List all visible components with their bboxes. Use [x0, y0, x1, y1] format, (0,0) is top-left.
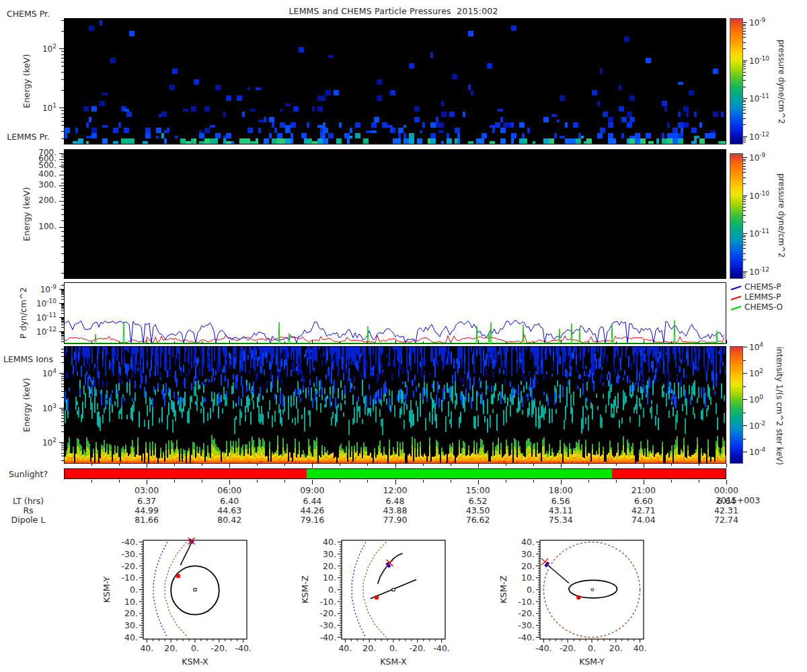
tick — [743, 413, 746, 413]
tick — [588, 464, 589, 466]
tick — [743, 233, 747, 234]
orbit-x-tick-label: 0. — [588, 643, 596, 653]
y-tick-label: 10-11 — [20, 312, 56, 323]
tick — [644, 340, 644, 343]
eph-value: 72.74 — [696, 515, 757, 525]
tick — [340, 341, 340, 343]
tick — [726, 340, 727, 343]
tick — [61, 293, 64, 294]
ions-spectrogram-canvas — [65, 347, 726, 463]
tick — [61, 241, 64, 241]
time-tick-label: 03:00 — [116, 485, 177, 495]
tick — [743, 136, 747, 137]
time-tick-label: 09:00 — [282, 485, 342, 495]
tick — [743, 80, 746, 81]
y-tick-label: 103 — [20, 403, 56, 413]
tick — [61, 66, 64, 67]
tick — [61, 335, 64, 335]
spectrogram-lemms-pressure — [64, 149, 726, 279]
tick — [61, 191, 64, 192]
tick — [59, 227, 64, 228]
tick — [61, 349, 64, 349]
colorbar-tick-label: 10-9 — [749, 17, 765, 28]
eph-value: 44.63 — [199, 505, 260, 515]
tick — [61, 157, 64, 157]
tick — [61, 332, 64, 333]
tick — [743, 104, 746, 105]
tick — [61, 291, 64, 292]
chems-spectrogram-canvas — [65, 19, 726, 144]
eph-value: 6.48 — [365, 496, 426, 506]
eph-value: 6.56 — [531, 496, 591, 506]
tick — [61, 313, 64, 314]
orbit-y-tick-label: 40. — [124, 632, 138, 642]
saturn-marker — [194, 589, 196, 591]
tick — [61, 352, 64, 353]
orbit-y-tick-label: 30. — [521, 549, 535, 559]
tick — [616, 341, 617, 343]
orbit-x-tick-label: -40. — [235, 643, 251, 653]
saturn-marker — [392, 589, 395, 591]
tick — [61, 125, 64, 126]
tick — [61, 319, 64, 319]
tick — [743, 98, 747, 99]
tick — [743, 215, 746, 216]
y-tick-label: 400. — [20, 169, 56, 179]
orbit-x-tick-label: 20. — [164, 643, 178, 653]
tick — [61, 58, 64, 58]
tick — [743, 172, 746, 173]
tick — [61, 321, 64, 321]
orbit-y-tick-label: -10. — [518, 597, 535, 607]
tick — [506, 341, 506, 343]
tick — [61, 79, 64, 80]
tick — [59, 201, 64, 202]
tick — [743, 142, 746, 142]
colorbar-tick-label: 10-11 — [749, 228, 769, 239]
tick — [743, 60, 747, 61]
tick — [506, 480, 506, 482]
tick — [61, 303, 64, 304]
orbit2-ylabel: KSM-Z — [498, 540, 508, 639]
colorbar-unit-pressure-2: pressure dyne/cm^2 — [777, 165, 786, 266]
tick — [61, 253, 64, 254]
tick — [61, 205, 64, 206]
orbit-x-tick-label: -20. — [410, 643, 426, 653]
tick — [61, 453, 64, 454]
tick — [61, 310, 64, 311]
figure: LEMMS and CHEMS Particle Pressures 2015:… — [0, 0, 807, 672]
time-tick-label: 21:00 — [613, 485, 674, 495]
tick — [61, 304, 64, 304]
eph-value: 75.34 — [531, 515, 591, 525]
pressure-lineplot-canvas — [65, 283, 726, 343]
colorbar-pressure-1 — [730, 18, 743, 144]
orbit-x-tick-label: -20. — [211, 643, 227, 653]
y-tick-label: 10-9 — [20, 284, 56, 294]
tick — [743, 100, 746, 101]
tick — [61, 335, 64, 336]
tick — [743, 386, 746, 387]
y-tick-label: 200. — [20, 196, 56, 205]
tick — [61, 391, 64, 392]
orbit-y-tick-label: 20. — [521, 561, 535, 571]
tick — [743, 222, 746, 222]
orbit-x-tick-label: 40. — [140, 643, 153, 653]
tick — [616, 480, 617, 482]
tick — [743, 273, 746, 274]
tick — [61, 431, 64, 432]
tick — [340, 464, 340, 466]
tick — [743, 140, 746, 140]
orbit-x-tick-label: 0. — [191, 643, 199, 653]
tick — [61, 333, 64, 334]
tick — [119, 480, 120, 482]
tick — [61, 421, 64, 422]
tick — [743, 26, 746, 26]
tick — [61, 318, 64, 319]
tick — [61, 262, 64, 263]
tick — [61, 397, 64, 398]
tick — [743, 62, 746, 62]
tick — [61, 415, 64, 416]
tick — [284, 341, 285, 343]
sunlight-segment-no — [612, 469, 726, 478]
tick — [61, 307, 64, 308]
pressure-lineplot — [64, 282, 726, 344]
